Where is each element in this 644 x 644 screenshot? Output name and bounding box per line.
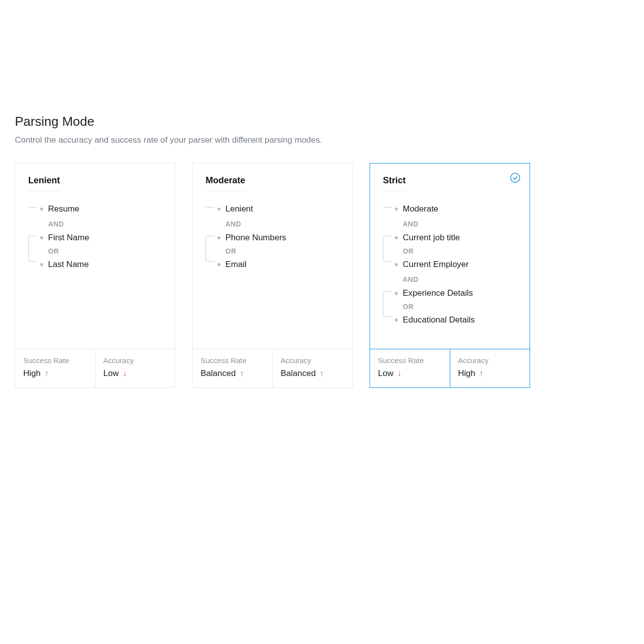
rule-item: Current Employer [403,260,469,269]
page-title: Parsing Mode [15,114,629,129]
tree-bracket-icon [383,291,392,317]
card-metrics: Success Rate Balanced↑ Accuracy Balanced… [193,349,352,387]
rule-item: Experience Details [403,288,473,298]
card-metrics: Success Rate High↑ Accuracy Low↓ [15,349,175,387]
bullet-icon [395,208,398,211]
rule-tree: Moderate AND Current job title OR Curren… [383,202,517,327]
arrow-up-icon: ↑ [240,370,244,377]
metric-label: Accuracy [104,356,167,365]
rule-item: Lenient [225,204,253,214]
tree-bracket-icon [383,207,392,208]
rule-group: Current job title OR Current Employer [395,231,517,271]
metric-value: Low [104,369,119,378]
metric-label: Success Rate [201,356,265,365]
or-separator: OR [48,246,162,257]
mode-card-strict[interactable]: Strict Moderate AND Current job title OR… [370,163,530,388]
rule-tree: Resume AND First Name OR Last Name [28,202,162,271]
tree-bracket-icon [206,207,215,208]
rule-item: Educational Details [403,315,475,325]
rule-group: Moderate [395,202,517,216]
bullet-icon [40,236,43,239]
arrow-down-icon: ↓ [123,370,127,377]
or-separator: OR [403,246,517,257]
metric-value: Balanced [201,369,236,378]
rule-item: Phone Numbers [225,233,286,243]
mode-cards: Lenient Resume AND First Name OR Last Na… [15,163,629,388]
metric-value: High [458,369,476,378]
rule-item: Resume [48,204,79,214]
arrow-up-icon: ↑ [479,370,483,377]
check-circle-icon [510,172,521,183]
metric-label: Success Rate [23,356,87,365]
bullet-icon [395,236,398,239]
tree-bracket-icon [28,207,37,208]
metric-label: Accuracy [458,356,522,365]
arrow-down-icon: ↓ [397,370,401,377]
metric-value: High [23,369,41,378]
card-title: Strict [383,175,406,191]
tree-bracket-icon [383,236,392,262]
rule-group: Experience Details OR Educational Detail… [395,286,517,327]
rule-group: Lenient [217,202,339,216]
bullet-icon [217,263,220,266]
mode-card-moderate[interactable]: Moderate Lenient AND Phone Numbers OR Em… [192,163,353,388]
metric-label: Accuracy [281,356,345,365]
and-separator: AND [403,275,517,283]
and-separator: AND [225,220,339,228]
bullet-icon [40,208,43,211]
bullet-icon [217,208,220,211]
or-separator: OR [403,301,517,312]
and-separator: AND [48,220,162,228]
tree-bracket-icon [206,236,215,262]
page-description: Control the accuracy and success rate of… [15,135,629,145]
rule-item: Current job title [403,233,460,243]
arrow-up-icon: ↑ [45,370,49,377]
rule-item: Last Name [48,260,89,269]
metric-label: Success Rate [378,356,442,365]
metric-value: Low [378,369,393,378]
rule-group: First Name OR Last Name [40,231,162,271]
card-title: Lenient [28,175,60,191]
bullet-icon [395,292,398,295]
rule-item: Email [225,260,247,269]
svg-point-0 [511,173,520,182]
metric-value: Balanced [281,369,316,378]
bullet-icon [217,236,220,239]
rule-item: First Name [48,233,89,243]
mode-card-lenient[interactable]: Lenient Resume AND First Name OR Last Na… [15,163,175,388]
rule-group: Resume [40,202,162,216]
rule-item: Moderate [403,204,438,214]
or-separator: OR [225,246,339,257]
card-title: Moderate [206,175,245,191]
and-separator: AND [403,220,517,228]
bullet-icon [395,319,398,322]
rule-group: Phone Numbers OR Email [217,231,339,271]
card-metrics: Success Rate Low↓ Accuracy High↑ [370,349,530,387]
bullet-icon [40,263,43,266]
bullet-icon [395,263,398,266]
arrow-up-icon: ↑ [320,370,323,377]
rule-tree: Lenient AND Phone Numbers OR Email [206,202,339,271]
tree-bracket-icon [28,236,37,262]
